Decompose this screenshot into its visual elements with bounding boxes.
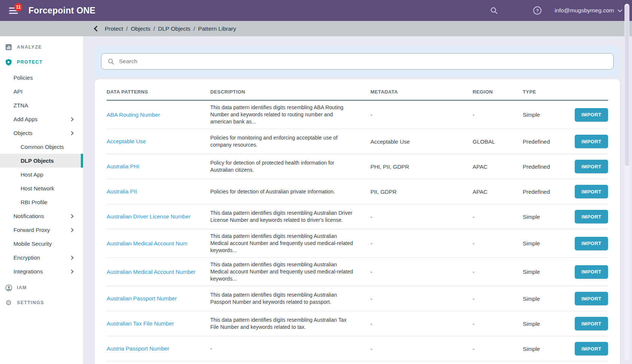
pattern-type: Predefined (523, 138, 574, 145)
chevron-right-icon (69, 214, 73, 218)
table-row: Australian Driver License Number This da… (107, 204, 608, 229)
pattern-link[interactable]: Acceptable Use (107, 138, 146, 144)
pattern-link[interactable]: Australia PHI (107, 163, 140, 169)
help-icon[interactable]: ? (533, 6, 542, 15)
pattern-description: This data pattern identifies digits rese… (210, 104, 370, 125)
search-input[interactable] (119, 58, 607, 65)
pattern-description: This data pattern identifies digits rese… (210, 316, 370, 331)
sidebar-item-label: Add Apps (13, 116, 37, 122)
sidebar-item-encryption[interactable]: Encryption (0, 251, 83, 264)
breadcrumb-segment[interactable]: Protect (105, 25, 123, 32)
breadcrumb-segment[interactable]: DLP Objects (158, 25, 190, 32)
pattern-region: - (473, 240, 523, 247)
pattern-region: - (473, 346, 523, 352)
sidebar-item-label: Host App (21, 171, 43, 178)
pattern-metadata: - (370, 296, 473, 302)
import-button[interactable]: IMPORT (575, 237, 608, 250)
sidebar-item-analyze[interactable]: ANALYZE (0, 42, 83, 53)
search-icon[interactable] (489, 6, 498, 15)
protect-icon (5, 58, 12, 66)
breadcrumb-segment[interactable]: Pattern Library (198, 25, 236, 32)
sidebar-item-integrations[interactable]: Integrations (0, 264, 83, 278)
sidebar-item-common-objects[interactable]: Common Objects (0, 140, 83, 154)
pattern-description: Policy for detection of protected health… (210, 159, 370, 174)
table-row: Austria Passport Number - - - Simple IMP… (107, 336, 608, 361)
sidebar-item-label: Forward Proxy (13, 227, 50, 233)
account-menu[interactable]: info@mugsbymeg.com (555, 7, 621, 14)
settings-icon: ⚙ (5, 299, 12, 306)
breadcrumb-bar: Protect/Objects/DLP Objects/Pattern Libr… (0, 21, 632, 36)
pattern-link[interactable]: Austria Passport Number (107, 345, 170, 352)
sidebar-item-notifications[interactable]: Notifications (0, 209, 83, 223)
sidebar-item-host-app[interactable]: Host App (0, 168, 83, 181)
table-body: ABA Routing Number This data pattern ide… (107, 101, 608, 364)
sidebar-item-protect[interactable]: PROTECT (0, 56, 83, 68)
chevron-right-icon (69, 131, 73, 135)
app-grid-icon[interactable] (511, 6, 520, 15)
sidebar-item-dlp-objects[interactable]: DLP Objects (0, 154, 83, 168)
sidebar-item-label: Mobile Security (13, 241, 52, 247)
pattern-description: This data pattern identifies digits rese… (210, 291, 370, 306)
import-button[interactable]: IMPORT (575, 317, 608, 330)
import-button[interactable]: IMPORT (575, 108, 608, 122)
breadcrumb-separator: / (126, 25, 128, 32)
import-button[interactable]: IMPORT (575, 292, 608, 305)
hamburger-menu-button[interactable]: 11 (9, 6, 20, 15)
sidebar-item-host-network[interactable]: Host Network (0, 181, 83, 195)
pattern-metadata: PII, GDPR (370, 189, 473, 195)
sidebar-item-label: Common Objects (21, 144, 64, 150)
import-button[interactable]: IMPORT (575, 210, 608, 223)
pattern-link[interactable]: Australian Passport Number (107, 295, 177, 302)
sidebar-item-ztna[interactable]: ZTNA (0, 98, 83, 112)
sidebar-item-settings[interactable]: ⚙SETTINGS (0, 297, 83, 308)
sidebar-item-forward-proxy[interactable]: Forward Proxy (0, 223, 83, 237)
pattern-description: Policies for monitoring and enforcing ac… (210, 134, 370, 149)
sidebar-item-rbi-profile[interactable]: RBI Profile (0, 195, 83, 209)
table-row: Australia PII Policies for detection of … (107, 179, 608, 204)
brand-logo: Forcepoint ONE (28, 6, 95, 16)
import-button[interactable]: IMPORT (575, 160, 608, 173)
sidebar-item-label: IAM (17, 285, 27, 290)
sidebar-nav: ANALYZEPROTECTPoliciesAPIZTNAAdd AppsObj… (0, 36, 83, 364)
sidebar-item-label: ZTNA (13, 102, 28, 108)
table-header-row: DATA PATTERNS DESCRIPTION METADATA REGIO… (107, 79, 608, 101)
table-row-partial: IMPORT (107, 361, 608, 364)
search-box[interactable] (101, 53, 614, 70)
import-button[interactable]: IMPORT (575, 342, 608, 355)
sidebar-item-label: SETTINGS (17, 300, 44, 305)
sidebar-item-label: PROTECT (17, 59, 43, 65)
pattern-region: - (473, 321, 523, 327)
column-header-data-patterns: DATA PATTERNS (107, 89, 210, 95)
pattern-link[interactable]: ABA Routing Number (107, 111, 160, 118)
pattern-metadata: PHI, PII, GDPR (370, 163, 473, 170)
pattern-type: Simple (523, 269, 574, 275)
import-button[interactable]: IMPORT (575, 265, 608, 279)
analyze-icon (5, 43, 12, 51)
pattern-metadata: - (370, 269, 473, 275)
sidebar-item-api[interactable]: API (0, 85, 83, 98)
sidebar-item-policies[interactable]: Policies (0, 71, 83, 85)
import-button[interactable]: IMPORT (575, 185, 608, 198)
table-row: Australian Medical Account Num This data… (107, 229, 608, 258)
notification-badge[interactable]: 11 (14, 3, 22, 11)
chevron-right-icon (69, 256, 73, 260)
pattern-region: APAC (473, 163, 523, 170)
pattern-link[interactable]: Australian Medical Account Number (107, 269, 196, 275)
table-row: ABA Routing Number This data pattern ide… (107, 101, 608, 129)
breadcrumb-segment[interactable]: Objects (131, 25, 150, 32)
sidebar-item-objects[interactable]: Objects (0, 126, 83, 140)
sidebar-item-label: Policies (13, 74, 33, 81)
sidebar-item-iam[interactable]: IAM (0, 282, 83, 293)
sidebar-item-add-apps[interactable]: Add Apps (0, 112, 83, 126)
sidebar-item-label: Encryption (13, 254, 40, 261)
pattern-link[interactable]: Australian Driver License Number (107, 213, 190, 220)
user-email: info@mugsbymeg.com (555, 7, 614, 14)
sidebar-item-mobile-security[interactable]: Mobile Security (0, 237, 83, 251)
pattern-link[interactable]: Australia PII (107, 188, 137, 195)
pattern-metadata: - (370, 346, 473, 352)
page-scrollbar-thumb[interactable] (625, 5, 629, 166)
pattern-link[interactable]: Australian Tax File Number (107, 320, 174, 327)
back-arrow-icon[interactable] (94, 26, 100, 32)
import-button[interactable]: IMPORT (575, 135, 608, 148)
pattern-link[interactable]: Australian Medical Account Num (107, 240, 187, 247)
